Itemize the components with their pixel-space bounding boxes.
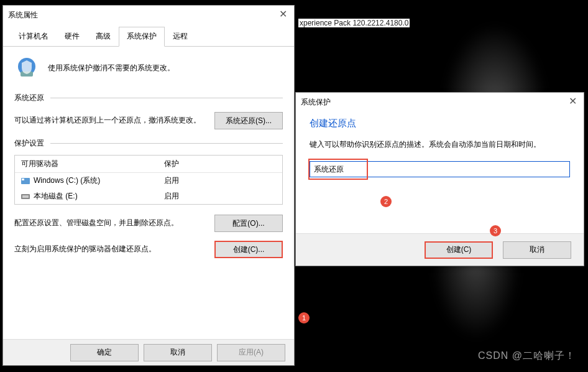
callout-2: 2 <box>380 196 392 207</box>
dialog-footer: 创建(C) 取消 <box>296 233 584 266</box>
section-restore-label: 系统还原 <box>14 93 44 103</box>
dialog-desc: 键入可以帮助你识别还原点的描述。系统会自动添加当前日期和时间。 <box>296 132 584 161</box>
col-drive[interactable]: 可用驱动器 <box>15 156 158 172</box>
svg-rect-5 <box>22 195 29 198</box>
restore-name-input[interactable] <box>310 161 570 177</box>
window-title: 系统属性 <box>8 10 38 21</box>
create-desc: 立刻为启用系统保护的驱动器创建还原点。 <box>14 243 202 255</box>
tab-system-protection[interactable]: 系统保护 <box>119 27 165 47</box>
tab-content: 使用系统保护撤消不需要的系统更改。 系统还原 可以通过将计算机还原到上一个还原点… <box>3 47 294 276</box>
svg-rect-3 <box>22 179 24 180</box>
callout-3: 3 <box>490 225 501 236</box>
configure-button[interactable]: 配置(O)... <box>214 215 283 232</box>
intro-text: 使用系统保护撤消不需要的系统更改。 <box>48 63 175 73</box>
win-disk-icon <box>21 177 30 185</box>
drive-status: 启用 <box>158 188 282 204</box>
drive-table: 可用驱动器 保护 Windows (C:) (系统) 启用 本地磁盘 (E:) … <box>14 155 283 205</box>
titlebar: 系统保护 ✕ <box>296 93 584 111</box>
csdn-watermark: CSDN @二哈喇子！ <box>478 350 576 363</box>
tab-hardware[interactable]: 硬件 <box>57 27 88 46</box>
drive-name: 本地磁盘 (E:) <box>34 191 78 202</box>
cancel-button[interactable]: 取消 <box>144 344 212 361</box>
titlebar: 系统属性 ✕ <box>3 6 294 24</box>
table-row[interactable]: Windows (C:) (系统) 启用 <box>15 173 282 188</box>
config-desc: 配置还原设置、管理磁盘空间，并且删除还原点。 <box>14 217 202 229</box>
restore-desc: 可以通过将计算机还原到上一个还原点，撤消系统更改。 <box>14 114 202 126</box>
create-button[interactable]: 创建(C) <box>425 241 493 259</box>
dialog-footer: 确定 取消 应用(A) <box>3 339 294 365</box>
apply-button[interactable]: 应用(A) <box>217 344 285 361</box>
experience-pack-text: xperience Pack 120.2212.4180.0 <box>298 19 410 27</box>
system-properties-window: 系统属性 ✕ 计算机名 硬件 高级 系统保护 远程 使用系统保护撤消不需要的系统… <box>2 5 295 366</box>
tab-advanced[interactable]: 高级 <box>88 27 119 46</box>
shield-icon <box>14 55 39 80</box>
divider <box>50 98 283 98</box>
table-row[interactable]: 本地磁盘 (E:) 启用 <box>15 188 282 204</box>
tab-computer-name[interactable]: 计算机名 <box>11 27 57 46</box>
drive-status: 启用 <box>158 173 282 188</box>
local-disk-icon <box>21 193 30 200</box>
callout-1: 1 <box>298 312 310 323</box>
tab-strip: 计算机名 硬件 高级 系统保护 远程 <box>3 27 294 47</box>
create-restore-point-window: 系统保护 ✕ 创建还原点 键入可以帮助你识别还原点的描述。系统会自动添加当前日期… <box>295 92 584 266</box>
ok-button[interactable]: 确定 <box>70 344 139 361</box>
drive-name: Windows (C:) (系统) <box>34 175 100 186</box>
section-restore: 系统还原 <box>14 93 283 103</box>
system-restore-button[interactable]: 系统还原(S)... <box>214 112 283 129</box>
dialog-heading: 创建还原点 <box>296 111 584 132</box>
col-protection[interactable]: 保护 <box>158 156 282 172</box>
table-header: 可用驱动器 保护 <box>15 156 282 173</box>
create-button[interactable]: 创建(C)... <box>214 241 283 258</box>
section-protect-label: 保护设置 <box>14 138 44 149</box>
intro-row: 使用系统保护撤消不需要的系统更改。 <box>14 55 283 80</box>
section-protect: 保护设置 <box>14 138 283 149</box>
window-title: 系统保护 <box>301 97 331 108</box>
close-icon[interactable]: ✕ <box>277 8 289 21</box>
tab-remote[interactable]: 远程 <box>165 27 196 46</box>
divider <box>50 143 283 144</box>
close-icon[interactable]: ✕ <box>566 95 579 108</box>
cancel-button[interactable]: 取消 <box>503 241 571 259</box>
